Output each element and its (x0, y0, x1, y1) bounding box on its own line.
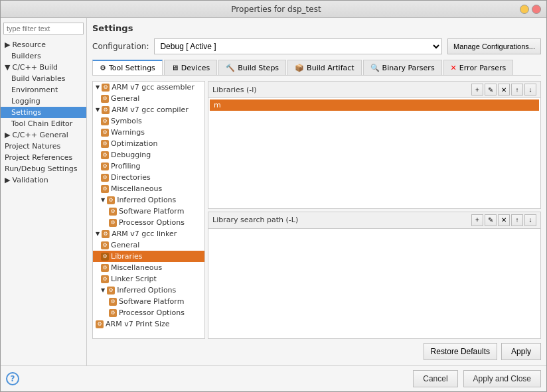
profiling-icon: ⚙ (101, 163, 109, 170)
sidebar-item-project-natures[interactable]: Project Natures (1, 141, 86, 152)
arrow-icon: ▶ (5, 131, 10, 139)
cancel-button[interactable]: Cancel (413, 370, 457, 387)
tab-build-artifact[interactable]: 📦 Build Artifact (287, 60, 362, 75)
sidebar: ▶ Resource Builders ▼ C/C++ Build Build … (1, 18, 87, 365)
arrow-icon: ▶ (5, 40, 10, 49)
move-down-library-button[interactable]: ↓ (524, 84, 536, 96)
misc-icon: ⚙ (101, 185, 109, 193)
move-up-search-button[interactable]: ↑ (511, 214, 523, 226)
right-panel: Settings Configuration: Debug [ Active ]… (87, 18, 546, 365)
tree-item-linker-script[interactable]: ⚙ Linker Script (93, 273, 204, 285)
tree-item-inferred-options[interactable]: ▼ ⚙ Inferred Options (93, 194, 204, 206)
apply-and-close-button[interactable]: Apply and Close (463, 370, 541, 387)
inferred-icon: ⚙ (107, 196, 115, 204)
tree-item-directories[interactable]: ⚙ Directories (93, 172, 204, 183)
tree-item-linker-proc-options[interactable]: ⚙ Processor Options (93, 307, 204, 318)
delete-library-button[interactable]: ✕ (498, 84, 510, 96)
tree-item-software-platform[interactable]: ⚙ Software Platform (93, 206, 204, 217)
config-select[interactable]: Debug [ Active ] (154, 38, 442, 54)
tree-item-linker[interactable]: ▼ ⚙ ARM v7 gcc linker (93, 228, 204, 239)
sidebar-item-environment[interactable]: Environment (1, 84, 86, 96)
restore-defaults-button[interactable]: Restore Defaults (424, 343, 497, 360)
minimize-button[interactable] (520, 5, 529, 14)
libraries-section: Libraries (-l) + ✎ ✕ ↑ ↓ m (208, 81, 541, 209)
close-button[interactable] (532, 5, 541, 14)
tree-item-assembler[interactable]: ▼ ⚙ ARM v7 gcc assembler (93, 82, 204, 93)
print-size-icon: ⚙ (96, 320, 104, 328)
manage-configurations-button[interactable]: Manage Configurations... (447, 38, 541, 54)
linker-sw-icon: ⚙ (109, 298, 117, 306)
assembler-icon: ⚙ (102, 84, 110, 92)
bottom-bar: ? Cancel Apply and Close (1, 365, 546, 391)
delete-search-button[interactable]: ✕ (498, 214, 510, 226)
sidebar-item-validation[interactable]: ▶ Validation (1, 174, 86, 186)
sidebar-item-project-refs[interactable]: Project References (1, 152, 86, 163)
config-row: Configuration: Debug [ Active ] Manage C… (92, 38, 541, 54)
error-parsers-icon: ✕ (451, 64, 457, 72)
tree-item-libraries[interactable]: ⚙ Libraries (93, 251, 204, 262)
expand-icon: ▼ (96, 107, 100, 113)
tree-item-profiling[interactable]: ⚙ Profiling (93, 161, 204, 172)
tree-item-warnings[interactable]: ⚙ Warnings (93, 127, 204, 138)
general-icon: ⚙ (101, 95, 109, 103)
library-search-title: Library search path (-L) (212, 216, 298, 224)
sidebar-item-run-debug[interactable]: Run/Debug Settings (1, 163, 86, 174)
tab-binary-parsers[interactable]: 🔍 Binary Parsers (363, 60, 442, 75)
tree-item-debugging[interactable]: ⚙ Debugging (93, 149, 204, 161)
edit-search-button[interactable]: ✎ (485, 214, 497, 226)
config-label: Configuration: (92, 42, 149, 51)
tree-item-print-size[interactable]: ⚙ ARM v7 Print Size (93, 318, 204, 330)
props-panel: Libraries (-l) + ✎ ✕ ↑ ↓ m (208, 81, 541, 339)
bottom-right: Cancel Apply and Close (413, 370, 541, 387)
filter-input[interactable] (3, 23, 84, 34)
sidebar-item-resource[interactable]: ▶ Resource (1, 39, 86, 50)
tree-item-linker-general[interactable]: ⚙ General (93, 239, 204, 251)
tree-panel[interactable]: ▼ ⚙ ARM v7 gcc assembler ⚙ General ▼ ⚙ A… (92, 81, 205, 339)
add-search-button[interactable]: + (471, 214, 483, 226)
expand-icon: ▼ (96, 84, 100, 90)
tree-item-optimization[interactable]: ⚙ Optimization (93, 138, 204, 149)
tab-devices[interactable]: 🖥 Devices (164, 60, 217, 75)
tree-item-compiler[interactable]: ▼ ⚙ ARM v7 gcc compiler (93, 104, 204, 115)
sidebar-item-build-variables[interactable]: Build Variables (1, 73, 86, 84)
tree-item-symbols[interactable]: ⚙ Symbols (93, 115, 204, 127)
arrow-icon: ▼ (5, 63, 10, 72)
sidebar-item-cpp-general[interactable]: ▶ C/C++ General (1, 129, 86, 141)
expand-icon: ▼ (96, 231, 100, 237)
library-search-header: Library search path (-L) + ✎ ✕ ↑ ↓ (208, 212, 540, 229)
libraries-actions: + ✎ ✕ ↑ ↓ (471, 84, 536, 96)
edit-library-button[interactable]: ✎ (485, 84, 497, 96)
tabs-bar: ⚙ Tool Settings 🖥 Devices 🔨 Build Steps … (92, 60, 541, 76)
tree-item-miscellaneous[interactable]: ⚙ Miscellaneous (93, 183, 204, 194)
move-up-library-button[interactable]: ↑ (511, 84, 523, 96)
tree-item-processor-options[interactable]: ⚙ Processor Options (93, 217, 204, 228)
libraries-icon: ⚙ (101, 253, 109, 261)
tree-item-linker-sw-platform[interactable]: ⚙ Software Platform (93, 296, 204, 307)
optimization-icon: ⚙ (101, 140, 109, 148)
sidebar-item-toolchain[interactable]: Tool Chain Editor (1, 118, 86, 129)
tab-error-parsers[interactable]: ✕ Error Parsers (443, 60, 514, 75)
tree-item-linker-misc[interactable]: ⚙ Miscellaneous (93, 262, 204, 273)
build-artifact-icon: 📦 (295, 64, 304, 72)
library-item-m[interactable]: m (210, 99, 539, 111)
tab-build-steps[interactable]: 🔨 Build Steps (218, 60, 286, 75)
tree-item-assembler-general[interactable]: ⚙ General (93, 93, 204, 104)
proc-options-icon: ⚙ (109, 219, 117, 227)
library-search-actions: + ✎ ✕ ↑ ↓ (471, 214, 536, 226)
tab-tool-settings[interactable]: ⚙ Tool Settings (92, 60, 163, 75)
tree-item-linker-inferred[interactable]: ▼ ⚙ Inferred Options (93, 285, 204, 296)
main-window: Properties for dsp_test ▶ Resource Build… (0, 0, 547, 392)
move-down-search-button[interactable]: ↓ (524, 214, 536, 226)
linker-inferred-icon: ⚙ (107, 287, 115, 294)
sidebar-item-builders[interactable]: Builders (1, 50, 86, 62)
sidebar-item-cpp-build[interactable]: ▼ C/C++ Build (1, 62, 86, 73)
main-area: ▼ ⚙ ARM v7 gcc assembler ⚙ General ▼ ⚙ A… (92, 81, 541, 339)
apply-button[interactable]: Apply (501, 343, 541, 360)
sidebar-item-settings[interactable]: Settings (1, 107, 86, 118)
main-content: ▶ Resource Builders ▼ C/C++ Build Build … (1, 18, 546, 365)
add-library-button[interactable]: + (471, 84, 483, 96)
sidebar-item-logging[interactable]: Logging (1, 96, 86, 107)
debugging-icon: ⚙ (101, 151, 109, 159)
libraries-title: Libraries (-l) (212, 86, 257, 94)
help-button[interactable]: ? (6, 372, 19, 385)
